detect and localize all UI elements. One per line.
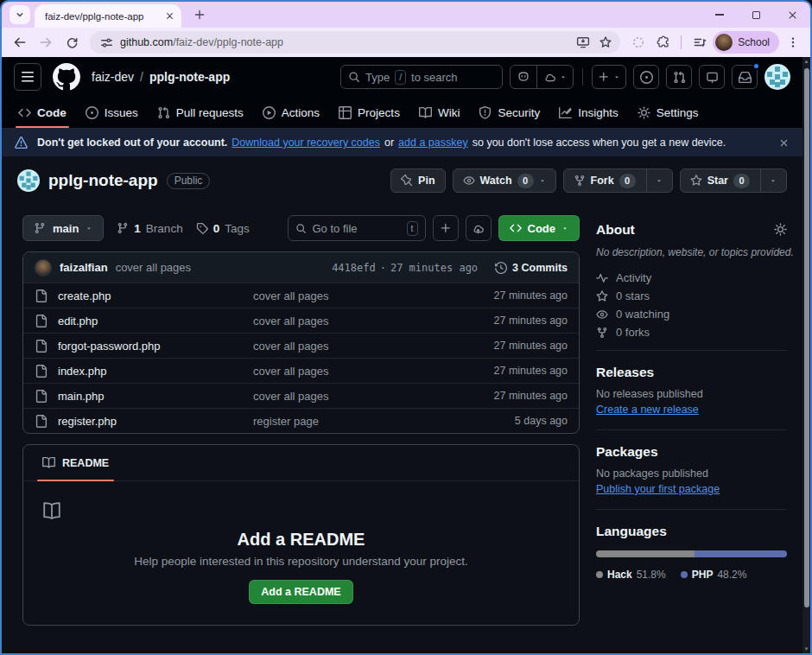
copilot-button[interactable] [511,66,536,88]
readme-tab[interactable]: README [30,445,121,480]
site-settings-icon[interactable] [100,36,113,49]
star-button[interactable]: Star 0 [680,169,787,193]
discussions-button[interactable] [699,65,725,89]
commit-author-avatar[interactable] [35,259,52,277]
labs-button[interactable] [626,31,650,54]
recovery-codes-link[interactable]: Download your recovery codes [232,137,380,149]
stars-link[interactable]: 0 stars [596,287,787,305]
file-name[interactable]: forgot-password.php [58,340,244,353]
file-name[interactable]: create.php [58,289,244,302]
file-commit-message[interactable]: cover all pages [253,390,485,403]
repo-owner-avatar[interactable] [17,169,40,192]
file-icon [35,289,48,302]
browser-profile-chip[interactable]: School [713,31,779,54]
side-panel-button[interactable] [688,31,711,54]
code-dropdown-button[interactable]: Code [498,215,580,241]
scroll-up-arrow[interactable]: ▲ [802,59,810,64]
file-commit-message[interactable]: cover all pages [253,289,485,302]
watch-button[interactable]: Watch 0 [453,169,556,193]
tab-issues[interactable]: Issues [76,97,148,128]
commit-author[interactable]: faizalfian [60,261,108,274]
notifications-button[interactable] [732,65,758,89]
minimize-button[interactable] [701,2,738,28]
chevron-down-icon[interactable] [770,177,777,184]
repo-title[interactable]: pplg-note-app [48,171,158,190]
file-commit-message[interactable]: register page [253,415,505,428]
activity-link[interactable]: Activity [596,269,787,287]
page-scrollbar[interactable]: ▲ ▼ [802,57,810,653]
file-name[interactable]: register.php [58,415,244,428]
url-bar[interactable]: github.com/faiz-dev/pplg-note-app [90,31,620,54]
tab-settings[interactable]: Settings [628,97,708,128]
upload-files-button[interactable] [466,215,492,241]
go-to-file-input[interactable]: t [288,215,426,241]
go-to-file-field[interactable] [313,222,401,235]
tab-projects[interactable]: Projects [329,97,409,128]
tab-close-icon[interactable] [162,10,176,23]
publish-package-link[interactable]: Publish your first package [596,483,720,495]
extensions-button[interactable] [651,31,675,54]
breadcrumb-repo[interactable]: pplg-note-app [149,70,230,84]
packages-title[interactable]: Packages [596,443,658,460]
reload-button[interactable] [60,30,84,54]
releases-title[interactable]: Releases [596,364,654,380]
scrollbar-thumb[interactable] [804,68,809,607]
tab-wiki[interactable]: Wiki [409,97,470,128]
edit-about-button[interactable] [774,223,787,236]
chevron-down-icon[interactable] [656,177,663,184]
file-name[interactable]: edit.php [58,315,244,328]
commit-message[interactable]: cover all pages [116,261,191,274]
breadcrumb-owner[interactable]: faiz-dev [92,70,134,84]
commit-sha[interactable]: 4418efd [332,262,376,274]
file-commit-message[interactable]: cover all pages [253,340,485,353]
add-readme-button[interactable]: Add a README [249,580,352,604]
language-php-link[interactable]: PHP 48.2% [681,569,747,581]
forks-link[interactable]: 0 forks [596,323,787,341]
close-button[interactable] [774,2,810,28]
install-app-button[interactable] [572,31,594,54]
scroll-down-arrow[interactable]: ▼ [802,646,810,652]
tab-security[interactable]: Security [469,97,549,128]
global-search-input[interactable]: Type / to search [340,65,503,89]
maximize-button[interactable] [738,2,774,28]
about-description: No description, website, or topics provi… [596,246,787,258]
global-menu-button[interactable] [14,63,41,91]
file-commit-message[interactable]: cover all pages [253,365,485,378]
tab-pull-requests[interactable]: Pull requests [148,97,253,128]
pin-button[interactable]: Pin [390,169,445,193]
watching-link[interactable]: 0 watching [596,305,787,323]
browser-tab[interactable]: faiz-dev/pplg-note-app [35,4,181,28]
github-logo-icon[interactable] [53,63,80,91]
issues-button[interactable] [633,65,659,89]
banner-close-button[interactable] [778,137,790,149]
passkey-link[interactable]: add a passkey [398,137,468,149]
language-bar-php [695,550,787,557]
commit-history-link[interactable]: 3 Commits [495,262,568,274]
tab-search-button[interactable] [10,5,30,24]
tags-link[interactable]: 0 Tags [196,222,250,235]
readme-empty-description: Help people interested in this repositor… [41,555,561,568]
user-avatar[interactable] [764,64,790,90]
fork-button[interactable]: Fork 0 [563,169,673,193]
language-hack-link[interactable]: Hack 51.8% [596,569,666,581]
browser-toolbar: github.com/faiz-dev/pplg-note-app School [2,28,810,57]
tab-code[interactable]: Code [9,97,76,128]
browser-menu-button[interactable] [781,31,804,54]
file-commit-message[interactable]: cover all pages [253,315,485,328]
new-tab-button[interactable] [188,3,211,26]
bookmark-button[interactable] [594,31,617,54]
back-button[interactable] [8,30,32,54]
create-new-button[interactable] [592,65,626,89]
tab-actions[interactable]: Actions [253,97,329,128]
add-file-button[interactable] [433,215,459,241]
forward-button[interactable] [34,30,58,54]
branches-link[interactable]: 1 Branch [117,222,182,235]
file-name[interactable]: main.php [58,390,244,403]
file-name[interactable]: index.php [58,365,244,378]
copilot-chat-button[interactable] [536,66,573,88]
create-release-link[interactable]: Create a new release [596,404,699,416]
gear-icon [638,106,650,119]
branch-selector[interactable]: main [22,215,104,241]
tab-insights[interactable]: Insights [549,97,628,128]
pull-requests-button[interactable] [666,65,692,89]
